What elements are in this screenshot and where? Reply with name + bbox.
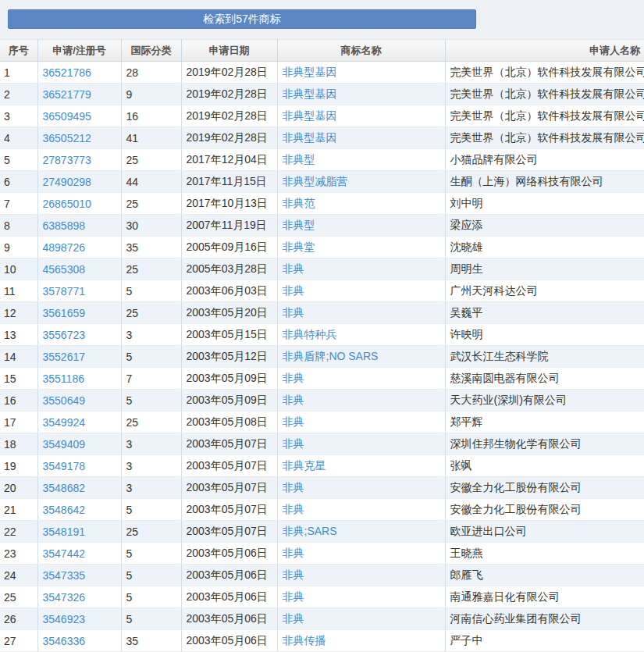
cell-seq: 21 [0, 499, 37, 521]
mark-name-link[interactable]: 非典 [283, 372, 304, 384]
reg-no-link[interactable]: 3578771 [43, 285, 86, 297]
reg-no-link[interactable]: 3549178 [43, 460, 86, 472]
mark-name-link[interactable]: 非典 [283, 284, 304, 297]
mark-name-link[interactable]: 非典盾牌;NO SARS [283, 350, 379, 362]
table-row: 14355261752003年05月12日非典盾牌;NO SARS武汉长江生态科… [0, 346, 644, 368]
reg-no-link[interactable]: 3552617 [43, 351, 86, 363]
reg-no-link[interactable]: 3547326 [43, 591, 86, 604]
reg-no-link[interactable]: 36521779 [43, 88, 91, 101]
mark-name-link[interactable]: 非典 [283, 481, 304, 493]
mark-name-link[interactable]: 非典范 [283, 197, 315, 209]
cell-mark: 非典 [277, 302, 445, 324]
cell-mark: 非典 [277, 543, 445, 565]
cell-applicant: 完美世界（北京）软件科技发展有限公司 [445, 127, 644, 149]
cell-reg-no: 3556723 [37, 324, 121, 346]
reg-no-link[interactable]: 4898726 [43, 241, 86, 254]
table-row: 627490298442017年11月15日非典型减脂营生酮（上海）网络科技有限… [0, 171, 644, 193]
mark-name-link[interactable]: 非典型减脂营 [283, 175, 348, 187]
mark-name-link[interactable]: 非典型基因 [283, 66, 337, 78]
cell-intl-class: 3 [121, 477, 181, 499]
cell-intl-class: 5 [121, 565, 181, 586]
cell-date: 2017年10月13日 [181, 193, 277, 215]
reg-no-link[interactable]: 4565308 [43, 263, 86, 276]
cell-applicant: 完美世界（北京）软件科技发展有限公司 [445, 62, 644, 84]
mark-name-link[interactable]: 非典型基因 [283, 87, 337, 100]
cell-date: 2003年05月07日 [181, 477, 277, 499]
reg-no-link[interactable]: 26865010 [43, 198, 91, 210]
cell-mark: 非典克星 [277, 455, 445, 477]
mark-name-link[interactable]: 非典 [283, 394, 304, 406]
mark-name-link[interactable]: 非典克星 [283, 459, 326, 472]
mark-name-link[interactable]: 非典型 [283, 153, 315, 166]
reg-no-link[interactable]: 3556723 [43, 329, 86, 341]
mark-name-link[interactable]: 非典型基因 [283, 131, 337, 144]
reg-no-link[interactable]: 3549409 [43, 438, 86, 451]
cell-applicant: 郑平辉 [445, 412, 644, 433]
cell-applicant: 广州天河科达公司 [445, 280, 644, 302]
reg-no-link[interactable]: 27490298 [43, 176, 91, 188]
mark-name-link[interactable]: 非典 [283, 415, 304, 428]
reg-no-link[interactable]: 3546923 [43, 613, 86, 625]
cell-date: 2003年05月07日 [181, 455, 277, 477]
reg-no-link[interactable]: 3548682 [43, 482, 86, 494]
mark-name-link[interactable]: 非典 [283, 590, 304, 603]
cell-mark: 非典 [277, 499, 445, 521]
reg-no-link[interactable]: 36521786 [43, 66, 91, 79]
table-header: 序号 申请/注册号 国际分类 申请日期 商标名称 申请人名称 [0, 40, 644, 62]
mark-name-link[interactable]: 非典 [283, 503, 304, 515]
cell-mark: 非典 [277, 368, 445, 390]
cell-mark: 非典 [277, 565, 445, 586]
cell-mark: 非典传播 [277, 630, 445, 652]
cell-reg-no: 27873773 [37, 149, 121, 171]
cell-intl-class: 35 [121, 237, 181, 258]
cell-intl-class: 5 [121, 543, 181, 565]
cell-applicant: 河南信心药业集团有限公司 [445, 608, 644, 630]
cell-reg-no: 3551186 [37, 368, 121, 390]
cell-reg-no: 4898726 [37, 237, 121, 258]
cell-seq: 24 [0, 565, 37, 586]
table-row: 18354940932003年05月07日非典深圳住邦生物化学有限公司 [0, 433, 644, 455]
cell-mark: 非典型基因 [277, 84, 445, 105]
reg-no-link[interactable]: 3547335 [43, 569, 86, 582]
reg-no-link[interactable]: 3550649 [43, 394, 86, 407]
cell-intl-class: 3 [121, 455, 181, 477]
reg-no-link[interactable]: 3546336 [43, 635, 86, 647]
cell-date: 2003年05月08日 [181, 412, 277, 433]
mark-name-link[interactable]: 非典 [283, 568, 304, 581]
cell-intl-class: 25 [121, 521, 181, 543]
reg-no-link[interactable]: 3551186 [43, 372, 84, 385]
mark-name-link[interactable]: 非典 [283, 437, 304, 450]
mark-name-link[interactable]: 非典特种兵 [283, 328, 337, 340]
mark-name-link[interactable]: 非典 [283, 306, 304, 319]
table-row: 13355672332003年05月15日非典特种兵许映明 [0, 324, 644, 346]
reg-no-link[interactable]: 6385898 [43, 219, 86, 232]
mark-name-link[interactable]: 非典传播 [283, 634, 326, 647]
cell-intl-class: 5 [121, 608, 181, 630]
cell-mark: 非典 [277, 390, 445, 412]
mark-name-link[interactable]: 非典 [283, 612, 304, 625]
mark-name-link[interactable]: 非典 [283, 547, 304, 559]
column-header-applicant: 申请人名称 [445, 40, 644, 62]
cell-date: 2007年11月19日 [181, 215, 277, 237]
reg-no-link[interactable]: 3548642 [43, 504, 86, 516]
cell-reg-no: 4565308 [37, 258, 121, 280]
reg-no-link[interactable]: 36505212 [43, 132, 91, 144]
cell-date: 2019年02月28日 [181, 105, 277, 127]
mark-name-link[interactable]: 非典堂 [283, 240, 315, 253]
reg-no-link[interactable]: 3548191 [43, 526, 86, 538]
mark-name-link[interactable]: 非典;SARS [283, 525, 337, 537]
reg-no-link[interactable]: 3561659 [43, 307, 86, 319]
cell-intl-class: 28 [121, 62, 181, 84]
cell-date: 2003年05月07日 [181, 433, 277, 455]
reg-no-link[interactable]: 36509495 [43, 110, 91, 123]
reg-no-link[interactable]: 3547442 [43, 547, 86, 560]
cell-applicant: 欧亚进出口公司 [445, 521, 644, 543]
cell-mark: 非典范 [277, 193, 445, 215]
clipped-red-glyph: （ [639, 10, 644, 27]
reg-no-link[interactable]: 3549924 [43, 416, 86, 429]
reg-no-link[interactable]: 27873773 [43, 154, 91, 166]
cell-seq: 6 [0, 171, 37, 193]
mark-name-link[interactable]: 非典 [283, 262, 304, 275]
mark-name-link[interactable]: 非典型 [283, 219, 315, 231]
mark-name-link[interactable]: 非典型基因 [283, 109, 337, 122]
